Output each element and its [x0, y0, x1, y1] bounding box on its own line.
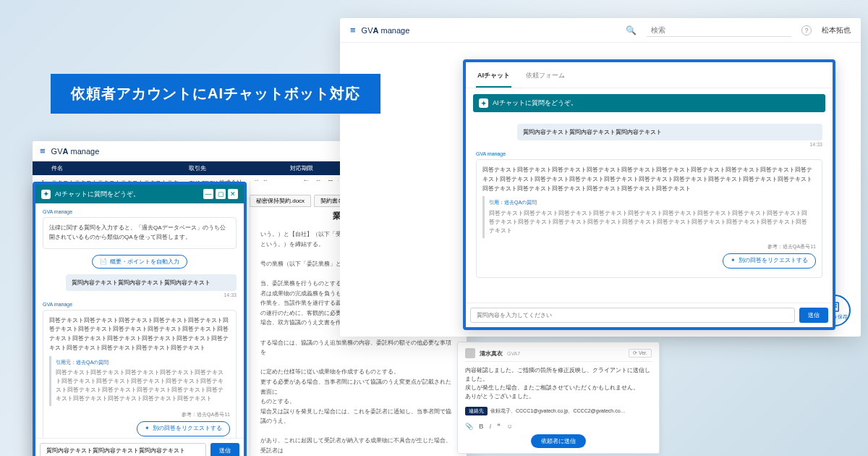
emoji-icon[interactable]: ☺ [506, 423, 513, 430]
ai-chat-header: ✦ AIチャットに質問をどうぞ。 — ▢ ✕ [35, 185, 244, 203]
ai-answer: 回答テキスト回答テキスト回答テキスト回答テキスト回答テキスト回答テキスト回答テキ… [476, 159, 822, 278]
ai-chat-panel-right: AIチャット 依頼フォーム ✦ AIチャットに質問をどうぞ。 質問内容テキスト質… [463, 59, 835, 330]
request-another-button[interactable]: ✦ 別の回答をリクエストする [137, 421, 230, 436]
user-name[interactable]: 松本拓也 [822, 25, 851, 35]
tab-ai-chat[interactable]: AIチャット [476, 68, 511, 88]
close-icon[interactable]: ✕ [228, 189, 238, 199]
attach-icon[interactable]: 📎 [465, 423, 473, 430]
quote-icon[interactable]: ❝ [497, 423, 501, 430]
quote-label: 引用：過去QAの質問 [489, 199, 812, 207]
bold-icon[interactable]: B [479, 423, 484, 430]
chat-input-right[interactable] [470, 308, 795, 323]
request-another-button[interactable]: ✦ 別の回答をリクエストする [723, 253, 816, 269]
expand-icon[interactable]: ▢ [216, 189, 226, 199]
doc-tab[interactable]: 秘密保持契約.docx [250, 195, 311, 207]
cc-value: 依頼花子、CCCC1@gvatech.co.jp、CCCC2@gvatech.c… [490, 408, 626, 415]
app-logo: GVA manage [362, 26, 410, 35]
chat-input-left[interactable] [40, 443, 206, 456]
reference-note: 参考：過去QA番号11 [49, 410, 230, 418]
editor-toolbar: 📎 B I ❝ ☺ [465, 423, 652, 430]
reference-note: 参考：過去QA番号11 [482, 242, 816, 250]
avatar [465, 348, 475, 358]
app-logo: GVA manage [51, 147, 100, 156]
send-button-left[interactable]: 送信 [210, 443, 239, 456]
tab-request-form[interactable]: 依頼フォーム [524, 68, 566, 88]
timestamp: 14:33 [476, 142, 822, 147]
sender-meta: GVA manage [43, 209, 237, 214]
hamburger-icon[interactable]: ≡ [40, 145, 46, 156]
user-message: 質問内容テキスト質問内容テキスト質問内容テキスト [517, 124, 822, 140]
replier-name: 清水真衣 [480, 350, 503, 358]
hamburger-icon[interactable]: ≡ [350, 25, 356, 35]
auto-summary-button[interactable]: 📄 概要・ポイントを自動入力 [92, 255, 187, 269]
feature-banner: 依頼者アカウントにAIチャットボット対応 [51, 74, 380, 114]
col-subject: 件名 [48, 164, 186, 172]
cc-label: 連絡先 [465, 407, 488, 415]
help-icon[interactable]: ? [801, 25, 812, 35]
col-client: 取引先 [186, 164, 251, 172]
send-to-client-button[interactable]: 依頼者に送信 [531, 434, 586, 448]
reply-panel: 清水真衣 GVA7 ⟳ Ver. 内容確認しました。ご指摘の箇所を修正反映し、ク… [457, 342, 660, 454]
search-icon[interactable]: 🔍 [626, 25, 637, 35]
quote-label: 引用元：過去QAの質問 [56, 359, 226, 367]
search-input-right[interactable] [647, 24, 791, 37]
send-button-right[interactable]: 送信 [799, 308, 828, 323]
chat-icon: ✦ [41, 190, 51, 199]
version-chip[interactable]: ⟳ Ver. [629, 349, 652, 358]
ai-chat-panel-left: ✦ AIチャットに質問をどうぞ。 — ▢ ✕ GVA manage 法律に関する… [33, 182, 247, 456]
timestamp: 14:33 [43, 292, 237, 297]
intro-message: 法律に関する質問を入力すると、「過去QAデータベース」のうち公開されているものか… [43, 217, 237, 249]
italic-icon[interactable]: I [490, 423, 492, 430]
reply-body: 内容確認しました。ご指摘の箇所を修正反映し、クライアントに送信しました。 戻しが… [465, 366, 652, 401]
user-message: 質問内容テキスト質問内容テキスト質問内容テキスト [66, 274, 237, 291]
minimize-icon[interactable]: — [203, 189, 213, 199]
ai-answer: 回答テキスト回答テキスト回答テキスト回答テキスト回答テキスト回答テキスト回答テキ… [43, 310, 237, 438]
chat-icon: ✦ [479, 98, 488, 108]
